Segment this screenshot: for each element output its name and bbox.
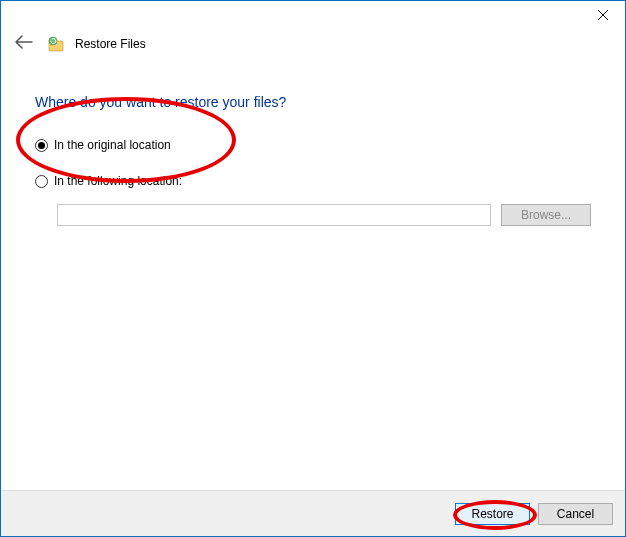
radio-label: In the original location	[54, 138, 171, 152]
restore-button[interactable]: Restore	[455, 503, 530, 525]
browse-button[interactable]: Browse...	[501, 204, 591, 226]
location-path-input[interactable]	[57, 204, 491, 226]
cancel-button[interactable]: Cancel	[538, 503, 613, 525]
titlebar	[1, 1, 625, 31]
close-button[interactable]	[580, 1, 625, 29]
restore-location-radio-group: In the original location In the followin…	[35, 138, 591, 226]
page-heading: Where do you want to restore your files?	[35, 94, 591, 110]
radio-original-location[interactable]: In the original location	[35, 138, 591, 152]
radio-label: In the following location:	[54, 174, 182, 188]
radio-following-location[interactable]: In the following location:	[35, 174, 591, 188]
content-area: Where do you want to restore your files?…	[1, 64, 625, 226]
close-icon	[598, 10, 608, 20]
back-arrow-icon	[15, 35, 33, 49]
restore-files-icon	[47, 35, 65, 53]
header: Restore Files	[1, 31, 625, 64]
radio-icon	[35, 175, 48, 188]
back-button[interactable]	[11, 33, 37, 54]
footer: Restore Cancel	[1, 490, 625, 536]
radio-icon	[35, 139, 48, 152]
window-title: Restore Files	[75, 37, 146, 51]
location-row: Browse...	[57, 204, 591, 226]
